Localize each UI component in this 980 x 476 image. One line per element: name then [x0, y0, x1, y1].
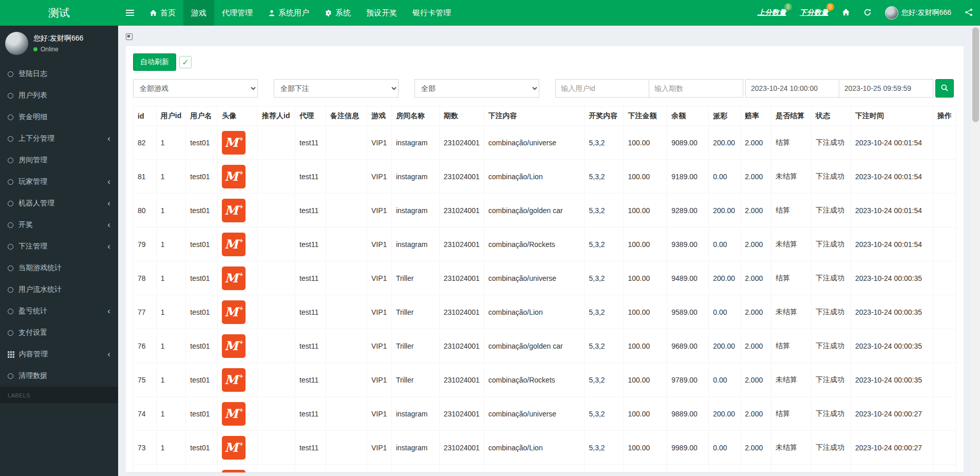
- cell-bet_time: 2023-10-24 00:00:35: [851, 295, 933, 329]
- user-avatar-image: M+: [222, 266, 246, 290]
- sidebar-item-current-game-stats[interactable]: 当期游戏统计: [0, 257, 118, 279]
- bets-table-body: 821test01M+test11VIP1instagram231024001c…: [134, 126, 956, 473]
- auto-refresh-checkbox[interactable]: [179, 56, 192, 68]
- nav-item-agents[interactable]: 代理管理: [214, 0, 260, 26]
- up-score-label: 上分数量: [758, 8, 786, 17]
- cell-referrer_id: [258, 194, 295, 227]
- frontend-home-button[interactable]: [835, 0, 857, 26]
- up-score-item[interactable]: 上分数量 0: [751, 0, 793, 26]
- cell-avatar: M+: [218, 431, 258, 465]
- cell-action: [933, 363, 956, 397]
- cell-referrer_id: [258, 465, 295, 473]
- status-filter-select[interactable]: 全部: [414, 79, 539, 98]
- cell-payout: 0.00: [709, 363, 741, 397]
- cell-game: VIP1: [367, 397, 391, 431]
- search-button[interactable]: [935, 79, 954, 98]
- cell-result: 5,3,2: [585, 363, 624, 397]
- cell-agent: test11: [295, 194, 326, 227]
- nav-item-preset-draw[interactable]: 预设开奖: [359, 0, 405, 26]
- cell-bet_time: 2023-10-24 00:01:54: [851, 160, 933, 194]
- cell-bet_amount: 100.00: [624, 194, 667, 227]
- sidebar-item-payment-settings[interactable]: 支付设置: [0, 322, 118, 344]
- sidebar-item-fund-details[interactable]: 资金明细: [0, 106, 118, 128]
- cell-odds: 2.000: [741, 295, 771, 329]
- sidebar-item-clear-data[interactable]: 清理数据: [0, 365, 118, 387]
- cell-remark: [326, 363, 367, 397]
- app-logo[interactable]: 测试: [0, 0, 118, 26]
- user-menu[interactable]: 您好:发财啊666: [878, 0, 958, 26]
- cell-result: 5,3,2: [585, 465, 624, 473]
- chevron-left-icon: [107, 136, 110, 141]
- refresh-icon: [863, 8, 872, 18]
- nav-item-system[interactable]: 系统: [317, 0, 359, 26]
- date-from-input[interactable]: [745, 79, 839, 98]
- game-filter-select[interactable]: 全部游戏: [133, 79, 258, 98]
- column-header: 备注信息: [326, 106, 367, 126]
- cell-avatar: M+: [218, 397, 258, 431]
- cell-user_id: 1: [156, 431, 185, 465]
- avatar-logo: M: [224, 304, 238, 319]
- column-header: 是否结算: [771, 106, 812, 126]
- sidebar-item-bet-management[interactable]: 下注管理: [0, 236, 118, 257]
- nav-item-games[interactable]: 游戏: [183, 0, 214, 26]
- cell-id: 82: [134, 126, 157, 160]
- cell-avatar: M+: [218, 126, 258, 160]
- nav-item-bank-cards[interactable]: 银行卡管理: [405, 0, 459, 26]
- sidebar-item-content-management[interactable]: 内容管理: [0, 344, 118, 365]
- sidebar: 您好:发财啊666 Online 登陆日志 用户列表 资金明细 上下分管理 房间…: [0, 26, 118, 476]
- avatar-logo: M: [224, 237, 238, 252]
- cell-result: 5,3,2: [585, 431, 624, 465]
- refresh-button[interactable]: [857, 0, 878, 26]
- cell-result: 5,3,2: [585, 261, 624, 295]
- sidebar-toggle-button[interactable]: [118, 0, 142, 26]
- sidebar-item-room-management[interactable]: 房间管理: [0, 149, 118, 171]
- sidebar-item-score-management[interactable]: 上下分管理: [0, 128, 118, 149]
- cell-room: Triller: [391, 261, 439, 295]
- avatar-logo: M: [224, 271, 238, 285]
- cell-result: 5,3,2: [585, 126, 624, 160]
- table-row: 801test01M+test11VIP1instagram231024001c…: [134, 194, 956, 227]
- main-content: 自动刷新 全部游戏全部下注全部 id用户id用户名头像推荐人id代理备注信息游戏…: [118, 0, 971, 472]
- cell-balance: 9489.00: [667, 261, 709, 295]
- sidebar-item-draw[interactable]: 开奖: [0, 214, 118, 236]
- period-input[interactable]: [649, 79, 743, 98]
- auto-refresh-button[interactable]: 自动刷新: [133, 53, 176, 71]
- circle-icon: [8, 265, 13, 271]
- cell-payout: 200.00: [709, 261, 741, 295]
- sidebar-user-status[interactable]: Online: [33, 46, 83, 53]
- bet-filter-select[interactable]: 全部下注: [274, 79, 399, 98]
- cell-username: test01: [186, 295, 218, 329]
- sidebar-item-robot-management[interactable]: 机器人管理: [0, 193, 118, 214]
- cell-balance: 9389.00: [667, 227, 709, 261]
- table-row: 731test01M+test11VIP1instagram231024001c…: [134, 431, 956, 465]
- nav-item-home[interactable]: 首页: [142, 0, 183, 26]
- cell-user_id: 1: [156, 227, 185, 261]
- sidebar-item-user-flow-stats[interactable]: 用户流水统计: [0, 279, 118, 300]
- navbar-right: 上分数量 0 下分数量 0 您好:发财啊666: [751, 0, 980, 26]
- cell-room: instagram: [391, 126, 439, 160]
- bets-table: id用户id用户名头像推荐人id代理备注信息游戏房间名称期数下注内容开奖内容下注…: [133, 106, 956, 472]
- sidebar-item-login-logs[interactable]: 登陆日志: [0, 63, 118, 85]
- scrollbar-track[interactable]: [971, 26, 980, 476]
- cell-bet_content: combinação/Rockets: [484, 363, 585, 397]
- sidebar-item-user-list[interactable]: 用户列表: [0, 85, 118, 106]
- user-avatar-image: M+: [222, 470, 246, 473]
- sidebar-item-profit-loss-stats[interactable]: 盈亏统计: [0, 300, 118, 322]
- table-header-row: id用户id用户名头像推荐人id代理备注信息游戏房间名称期数下注内容开奖内容下注…: [134, 106, 956, 126]
- cell-odds: 2.000: [741, 363, 771, 397]
- cell-user_id: 1: [156, 465, 185, 473]
- cell-settled: 未结算: [771, 431, 812, 465]
- date-to-input[interactable]: [839, 79, 933, 98]
- column-header: 期数: [439, 106, 484, 126]
- control-sidebar-button[interactable]: [958, 0, 980, 26]
- nav-item-system-users[interactable]: 系统用户: [260, 0, 317, 26]
- nav-item-label: 游戏: [191, 8, 206, 18]
- scrollbar-thumb[interactable]: [972, 27, 979, 122]
- user-id-input[interactable]: [555, 79, 649, 98]
- down-score-item[interactable]: 下分数量 0: [793, 0, 835, 26]
- cell-status: 下注成功: [812, 227, 851, 261]
- chevron-left-icon: [107, 309, 110, 314]
- sidebar-item-player-management[interactable]: 玩家管理: [0, 171, 118, 193]
- cell-agent: test11: [295, 465, 326, 473]
- section-collapse-icon[interactable]: [126, 33, 133, 40]
